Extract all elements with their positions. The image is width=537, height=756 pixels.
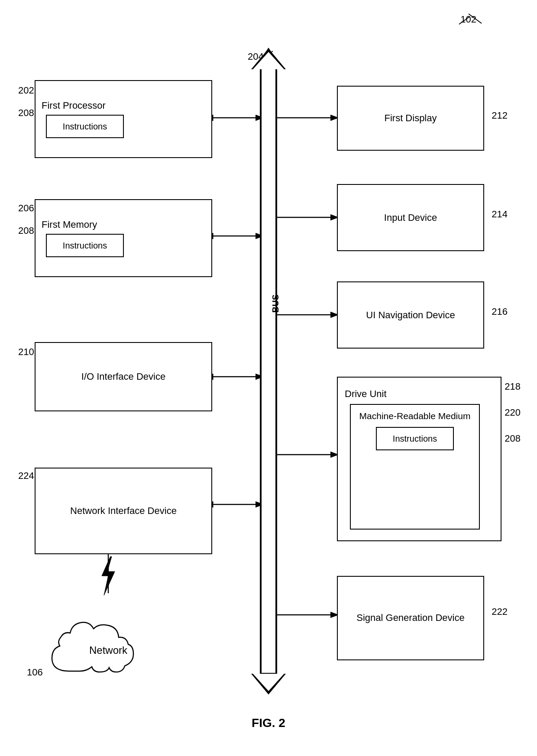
signal-generation-box: Signal Generation Device: [337, 576, 484, 660]
svg-line-25: [469, 14, 482, 23]
ref-102-arrow: [464, 10, 490, 28]
figure-label: FIG. 2: [252, 716, 285, 730]
ref-224: 224: [18, 470, 34, 481]
ui-navigation-label: UI Navigation Device: [366, 310, 455, 321]
svg-text:Network: Network: [89, 644, 128, 656]
ref-218: 218: [505, 381, 521, 392]
ui-navigation-box: UI Navigation Device: [337, 281, 484, 349]
first-processor-box: First Processor Instructions: [35, 80, 212, 158]
ref-208-proc: 208: [18, 107, 34, 119]
ref-206: 206: [18, 203, 34, 214]
ref-214: 214: [492, 209, 508, 220]
first-memory-instructions-label: Instructions: [63, 241, 107, 251]
network-interface-label: Network Interface Device: [70, 505, 177, 517]
ref-210: 210: [18, 346, 34, 358]
svg-line-19: [265, 51, 273, 56]
bus-ref-204: 204: [248, 51, 264, 62]
io-interface-box: I/O Interface Device: [35, 342, 212, 411]
diagram-container: 102 204: [0, 0, 537, 756]
io-interface-label: I/O Interface Device: [81, 371, 165, 382]
signal-generation-label: Signal Generation Device: [356, 612, 464, 624]
bus-label: BUS: [271, 294, 281, 313]
drive-unit-box: Drive Unit Machine-Readable Medium Instr…: [337, 377, 501, 541]
machine-readable-medium-label: Machine-Readable Medium: [359, 410, 471, 422]
first-display-label: First Display: [384, 113, 437, 124]
ref-212: 212: [492, 110, 508, 121]
svg-marker-5: [258, 675, 279, 691]
first-processor-label: First Processor: [42, 100, 106, 111]
drive-unit-label: Drive Unit: [345, 388, 387, 400]
lightning-bolt: [95, 554, 121, 598]
ref-216: 216: [492, 306, 508, 317]
ref-208-drive: 208: [505, 433, 521, 444]
svg-rect-6: [262, 63, 275, 676]
svg-rect-7: [264, 67, 273, 673]
network-cloud: Network: [43, 602, 173, 688]
ref-208-mem: 208: [18, 225, 34, 236]
first-processor-instructions-box: Instructions: [46, 115, 124, 138]
drive-unit-instructions-label: Instructions: [393, 434, 437, 444]
ref-220: 220: [505, 407, 521, 418]
first-memory-instructions-box: Instructions: [46, 234, 124, 257]
ref-106: 106: [27, 667, 43, 678]
ref-222: 222: [492, 606, 508, 617]
first-memory-label: First Memory: [42, 219, 97, 230]
input-device-box: Input Device: [337, 184, 484, 251]
svg-marker-23: [253, 674, 284, 691]
svg-marker-22: [251, 674, 286, 695]
network-interface-box: Network Interface Device: [35, 468, 212, 554]
drive-unit-instructions-box: Instructions: [376, 427, 454, 450]
first-memory-box: First Memory Instructions: [35, 199, 212, 277]
ref-202: 202: [18, 85, 34, 96]
machine-readable-medium-box: Machine-Readable Medium Instructions: [350, 404, 480, 530]
first-display-box: First Display: [337, 86, 484, 151]
first-processor-instructions-label: Instructions: [63, 122, 107, 132]
input-device-label: Input Device: [384, 212, 437, 223]
